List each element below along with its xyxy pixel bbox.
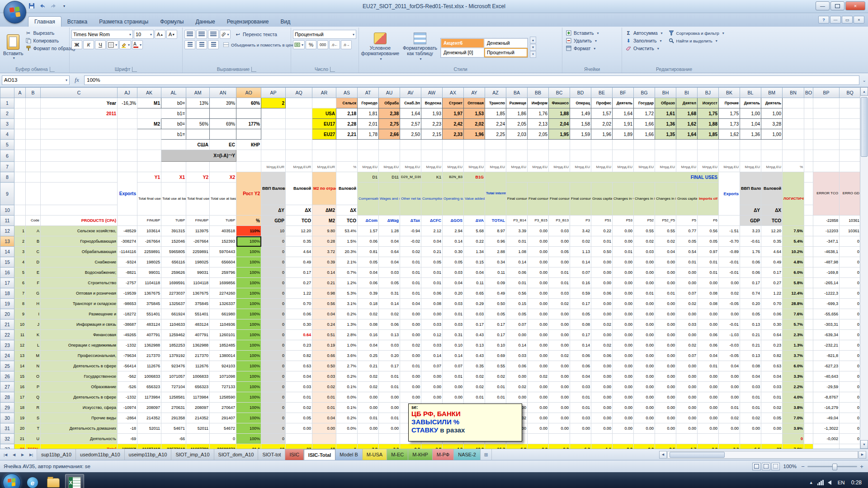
- col-header-AS[interactable]: AS: [336, 88, 358, 98]
- cell-AZ25[interactable]: 0.55: [485, 361, 506, 371]
- col-header-AY[interactable]: AY: [464, 88, 485, 98]
- cell-BI3[interactable]: 1,62: [676, 119, 698, 129]
- cell-BN6[interactable]: [783, 150, 804, 162]
- cell-BD32[interactable]: [570, 434, 591, 444]
- cell-AR5[interactable]: [312, 140, 336, 150]
- cell-A21[interactable]: 10: [14, 319, 26, 330]
- cell-AJ5[interactable]: [118, 140, 137, 150]
- cell-BL6[interactable]: [740, 150, 761, 162]
- cell-AW26[interactable]: 0.00: [421, 371, 443, 382]
- cell-AR8[interactable]: М2 по отрасл: [312, 172, 336, 205]
- cell-BL33[interactable]: 6,6: [740, 444, 761, 449]
- cell-BB27[interactable]: 0.00: [528, 382, 549, 392]
- dialog-launcher-icon[interactable]: [251, 67, 256, 72]
- cell-AM18[interactable]: 1367675: [186, 288, 210, 299]
- font-name-combo[interactable]: Times New Rom▾: [71, 30, 133, 39]
- cell-BB30[interactable]: 0.00: [528, 413, 549, 423]
- cell-C22[interactable]: Финансовая: [41, 330, 118, 340]
- cell-AJ15[interactable]: -9324: [118, 257, 137, 267]
- cell-B26[interactable]: O: [26, 371, 41, 382]
- cell-BL28[interactable]: 0.01: [740, 392, 761, 403]
- cell-AL6[interactable]: X=(I-A)⁻¹Y: [161, 150, 236, 162]
- cell-AO2[interactable]: [236, 108, 261, 119]
- cell-BI19[interactable]: 0.02: [676, 299, 698, 309]
- cell-AK3[interactable]: M2: [137, 119, 161, 129]
- cell-BA27[interactable]: 0.02: [506, 382, 528, 392]
- cell-BF31[interactable]: 0.00: [613, 423, 634, 434]
- cell-B10[interactable]: [26, 205, 41, 216]
- cell-AU20[interactable]: 0.02: [379, 309, 400, 319]
- cell-BE14[interactable]: 0.50: [591, 247, 613, 257]
- cell-BI20[interactable]: 0.00: [676, 309, 698, 319]
- cell-AZ16[interactable]: 0.11: [485, 267, 506, 278]
- cell-AQ27[interactable]: 0.03: [286, 382, 312, 392]
- cell-BE13[interactable]: 0.01: [591, 236, 613, 247]
- cell-AZ20[interactable]: 0.05: [485, 309, 506, 319]
- cell-BA11[interactable]: P3_B14: [506, 216, 528, 226]
- cell-AW20[interactable]: 0.00: [421, 309, 443, 319]
- cell-BK12[interactable]: -1.51: [719, 226, 740, 236]
- cell-AO24[interactable]: 100%: [236, 351, 261, 361]
- cell-AT31[interactable]: 0.00: [358, 423, 379, 434]
- cell-AT11[interactable]: ΔCom: [358, 216, 379, 226]
- cell-AV7[interactable]: Млрд.EU: [400, 162, 421, 172]
- style-preset[interactable]: Денежный: [484, 38, 528, 48]
- cell-BC31[interactable]: 0.00: [549, 423, 570, 434]
- paste-button[interactable]: Вставить▾: [3, 28, 24, 66]
- cell-AM29[interactable]: 208097: [186, 403, 210, 413]
- cell-AP32[interactable]: 0: [261, 434, 286, 444]
- cell-BB23[interactable]: 0.00: [528, 340, 549, 351]
- cell-AL19[interactable]: 1325637: [161, 299, 186, 309]
- cell-AQ18[interactable]: 1.22: [286, 288, 312, 299]
- cell-AQ7[interactable]: Млрд.EUR: [286, 162, 312, 172]
- cell-AT21[interactable]: 0.08: [358, 319, 379, 330]
- cell-BC19[interactable]: 0.02: [549, 299, 570, 309]
- cell-AV5[interactable]: [400, 140, 421, 150]
- cell-BE19[interactable]: 0.00: [591, 299, 613, 309]
- cell-AS32[interactable]: [336, 434, 358, 444]
- cell-BG4[interactable]: 1,66: [634, 129, 655, 140]
- cell-AO4[interactable]: [236, 129, 261, 140]
- cell-BF32[interactable]: [613, 434, 634, 444]
- taskbar-ie-button[interactable]: e: [24, 474, 42, 488]
- cell-BO10[interactable]: [804, 205, 813, 216]
- cell-B25[interactable]: N: [26, 361, 41, 371]
- cell-C17[interactable]: Строительство: [41, 278, 118, 288]
- cell-BD25[interactable]: 0.06: [570, 361, 591, 371]
- cell-BP12[interactable]: -12203: [813, 226, 840, 236]
- cell-BA3[interactable]: 2,05: [506, 119, 528, 129]
- cell-AX17[interactable]: 0.04: [443, 278, 464, 288]
- cell-BH30[interactable]: 0.00: [655, 413, 676, 423]
- cell-AM25[interactable]: 112676: [186, 361, 210, 371]
- cell-BO32[interactable]: [804, 434, 813, 444]
- style-preset[interactable]: Процентный: [484, 48, 528, 57]
- cell-BF24[interactable]: 0.00: [613, 351, 634, 361]
- cell-BH14[interactable]: 0.04: [655, 247, 676, 257]
- cell-AJ8[interactable]: Exports: [118, 172, 137, 216]
- cell-BP17[interactable]: -265,14: [813, 278, 840, 288]
- cell-BE15[interactable]: 0.00: [591, 257, 613, 267]
- cell-AQ14[interactable]: 4.64: [286, 247, 312, 257]
- cell-A23[interactable]: 12: [14, 340, 26, 351]
- cell-BM22[interactable]: 0.64: [761, 330, 783, 340]
- format-cells-button[interactable]: Формат▾: [564, 45, 600, 52]
- sheet-tab[interactable]: M-EC: [387, 449, 408, 460]
- cell-AO27[interactable]: 100%: [236, 382, 261, 392]
- cell-AO8[interactable]: Рост Y2: [236, 172, 261, 216]
- cell-AO11[interactable]: %: [236, 216, 261, 226]
- col-header-BO[interactable]: BO: [804, 88, 813, 98]
- ribbon-tab[interactable]: Вставка: [61, 17, 94, 27]
- zoom-slider[interactable]: − +: [800, 463, 864, 470]
- cell-BL12[interactable]: 3.23: [740, 226, 761, 236]
- cell-AT16[interactable]: 0.04: [358, 267, 379, 278]
- cell-C16[interactable]: Водоснабжение;: [41, 267, 118, 278]
- cell-AV6[interactable]: [400, 150, 421, 162]
- cell-BM16[interactable]: 0.17: [761, 267, 783, 278]
- cell-AS6[interactable]: [336, 150, 358, 162]
- cell-B4[interactable]: [26, 129, 41, 140]
- cell-B7[interactable]: [26, 162, 41, 172]
- cell-AL25[interactable]: 923476: [161, 361, 186, 371]
- cell-AX33[interactable]: 4,2: [443, 444, 464, 449]
- cell-BD20[interactable]: 0.05: [570, 309, 591, 319]
- cell-BP33[interactable]: [813, 444, 840, 449]
